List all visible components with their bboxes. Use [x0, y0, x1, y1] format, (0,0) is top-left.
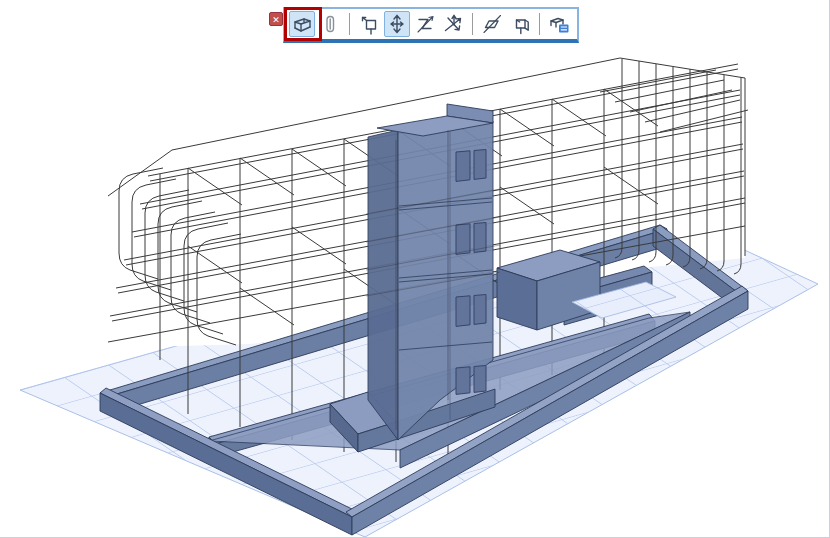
3d-viewport[interactable]: ✕ [0, 0, 830, 538]
drag-button[interactable] [356, 11, 382, 37]
free-rotate-icon [442, 13, 464, 35]
selected-tower[interactable] [366, 104, 500, 440]
move-element-icon [291, 13, 313, 35]
toolbar-divider [349, 13, 350, 35]
mirror-icon [481, 13, 503, 35]
element-settings-button[interactable] [546, 11, 572, 37]
model-canvas[interactable] [0, 0, 830, 538]
elevate-icon [386, 13, 408, 35]
drag-icon [358, 13, 380, 35]
toolbar-divider [472, 13, 473, 35]
pin-button[interactable] [317, 11, 343, 37]
pet-palette-toolbar [283, 7, 579, 43]
close-palette-button[interactable]: ✕ [269, 12, 283, 26]
elevate-button[interactable] [384, 11, 410, 37]
pin-icon [319, 13, 341, 35]
free-rotate-button[interactable] [440, 11, 466, 37]
drag-a-copy-button[interactable] [507, 11, 533, 37]
drag-a-copy-icon [509, 13, 531, 35]
stretch-icon [414, 13, 436, 35]
element-settings-icon [548, 13, 570, 35]
toolbar-divider [539, 13, 540, 35]
mirror-button[interactable] [479, 11, 505, 37]
stretch-button[interactable] [412, 11, 438, 37]
move-element-button[interactable] [289, 11, 315, 37]
